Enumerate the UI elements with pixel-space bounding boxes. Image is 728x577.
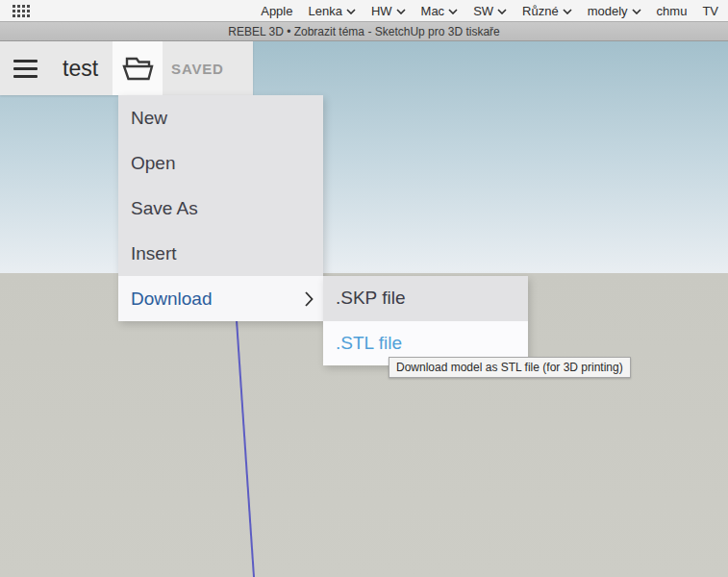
- tab-title: REBEL 3D • Zobrazit téma - SketchUp pro …: [228, 25, 500, 38]
- bookmark-label: chmu: [657, 4, 688, 18]
- tooltip: Download model as STL file (for 3D print…: [389, 357, 631, 378]
- submenu-item-skp-file[interactable]: .SKP file: [323, 276, 528, 321]
- bookmark-folder-hw[interactable]: HW: [371, 4, 406, 18]
- bookmark-label: SW: [473, 4, 493, 18]
- app-header-toolbar: test SAVED: [0, 41, 253, 95]
- chevron-down-icon: [632, 9, 641, 14]
- bookmark-folder-mac[interactable]: Mac: [421, 4, 459, 18]
- apps-grid-icon[interactable]: [13, 5, 30, 17]
- bookmark-folder-modely[interactable]: modely: [588, 4, 641, 18]
- menu-item-label: Open: [131, 153, 175, 174]
- bookmark-label: Mac: [421, 4, 445, 18]
- menu-item-insert[interactable]: Insert: [118, 231, 323, 276]
- bookmark-folder-lenka[interactable]: Lenka: [308, 4, 355, 18]
- bookmark-chmu[interactable]: chmu: [657, 4, 688, 18]
- sketchup-viewport[interactable]: test SAVED New Open Save As Insert: [0, 41, 728, 577]
- submenu-item-label: .STL file: [336, 333, 402, 354]
- file-menu-button[interactable]: [113, 41, 163, 95]
- bookmark-tv[interactable]: TV: [702, 4, 718, 18]
- file-menu-dropdown: New Open Save As Insert Download: [118, 95, 323, 321]
- menu-item-new[interactable]: New: [118, 95, 323, 140]
- menu-item-save-as[interactable]: Save As: [118, 186, 323, 231]
- browser-window: Apple Lenka HW Mac SW Různé modely chmu …: [0, 0, 728, 577]
- bookmarks-bar: Apple Lenka HW Mac SW Různé modely chmu …: [0, 0, 728, 21]
- bookmark-label: Různé: [522, 4, 559, 18]
- chevron-down-icon: [497, 9, 507, 14]
- chevron-down-icon: [346, 9, 356, 14]
- chevron-down-icon: [448, 9, 458, 14]
- document-title[interactable]: test: [63, 56, 98, 82]
- menu-item-label: Insert: [131, 243, 177, 264]
- menu-item-download[interactable]: Download: [118, 276, 323, 321]
- menu-item-open[interactable]: Open: [118, 140, 323, 186]
- status-badge: SAVED: [171, 61, 224, 77]
- menu-item-label: Save As: [131, 198, 198, 219]
- bookmark-folder-sw[interactable]: SW: [473, 4, 507, 18]
- bookmark-folder-ruzne[interactable]: Různé: [522, 4, 572, 18]
- browser-tab[interactable]: REBEL 3D • Zobrazit téma - SketchUp pro …: [0, 21, 728, 41]
- chevron-down-icon: [563, 9, 572, 14]
- chevron-down-icon: [396, 9, 406, 14]
- bookmark-label: TV: [702, 4, 718, 18]
- menu-item-label: New: [131, 108, 167, 129]
- submenu-item-label: .SKP file: [336, 288, 406, 309]
- hamburger-menu-icon[interactable]: [13, 60, 38, 78]
- bookmark-label: HW: [371, 4, 392, 18]
- download-submenu: .SKP file .STL file: [323, 276, 528, 365]
- bookmark-apple[interactable]: Apple: [261, 4, 292, 18]
- bookmark-label: Apple: [261, 4, 292, 18]
- menu-item-label: Download: [131, 288, 213, 310]
- bookmarks-items: Apple Lenka HW Mac SW Různé modely chmu …: [261, 4, 718, 18]
- chevron-right-icon: [305, 291, 314, 307]
- open-folder-icon: [120, 54, 155, 83]
- bookmark-label: Lenka: [308, 4, 341, 18]
- bookmark-label: modely: [588, 4, 628, 18]
